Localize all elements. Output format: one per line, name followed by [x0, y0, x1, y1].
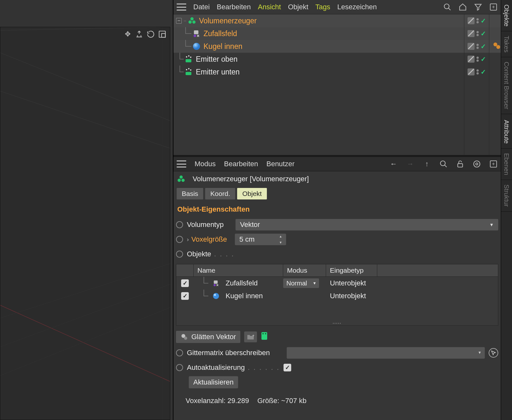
keyframe-radio[interactable]: [176, 236, 183, 243]
col-eingabetyp[interactable]: Eingabetyp: [326, 264, 377, 276]
tab-koord[interactable]: Koord.: [205, 188, 235, 199]
tab-basis[interactable]: Basis: [177, 188, 203, 199]
svg-rect-30: [458, 164, 462, 167]
picker-icon[interactable]: [489, 348, 498, 358]
viewport-3d[interactable]: [0, 27, 170, 420]
search-icon[interactable]: [439, 160, 448, 168]
sidetab-struktur[interactable]: Struktur: [501, 180, 512, 212]
keyframe-radio[interactable]: [176, 364, 183, 371]
add-box-icon[interactable]: +: [489, 160, 498, 168]
mode-dropdown[interactable]: Normal ▼: [283, 278, 319, 288]
menu-modus[interactable]: Modus: [195, 160, 216, 168]
sidetab-content-browser[interactable]: Content Browser: [501, 57, 512, 114]
visibility-check-icon[interactable]: ✓: [481, 68, 486, 76]
tree-row-volumenerzeuger[interactable]: − Volumenerzeuger ✓: [173, 14, 501, 27]
viewport-grid: [0, 27, 170, 420]
rotate-icon[interactable]: [146, 29, 156, 39]
layer-toggle[interactable]: [468, 68, 475, 75]
move-icon[interactable]: ✥: [123, 29, 132, 39]
svg-rect-20: [186, 59, 191, 62]
object-manager-menubar: Datei Bearbeiten Ansicht Objekt Tags Les…: [173, 0, 501, 14]
layer-toggle[interactable]: [468, 43, 475, 50]
menu-lesezeichen[interactable]: Lesezeichen: [337, 3, 377, 11]
glaetten-vektor-button[interactable]: Glätten Vektor: [176, 331, 240, 343]
add-folder-button[interactable]: +: [244, 331, 257, 342]
sidetab-takes[interactable]: Takes: [501, 31, 512, 57]
prop-label: Gittermatrix überschreiben: [187, 349, 283, 357]
spinner-icon[interactable]: ▲▼: [279, 235, 284, 244]
layout-icon[interactable]: [157, 29, 167, 39]
menu-benutzer[interactable]: Benutzer: [266, 160, 294, 168]
layer-toggle[interactable]: [468, 30, 475, 37]
object-tree[interactable]: − Volumenerzeuger ✓: [173, 14, 501, 155]
target-icon[interactable]: [473, 160, 481, 168]
svg-point-33: [180, 175, 183, 179]
svg-line-2: [0, 91, 170, 158]
hamburger-icon[interactable]: [177, 160, 186, 167]
tree-row-emitter-unten[interactable]: Emitter unten ✓: [173, 66, 501, 78]
home-icon[interactable]: [459, 3, 467, 11]
add-box-icon[interactable]: +: [489, 3, 498, 11]
tree-row-zufallsfeld[interactable]: Zufallsfeld ✓: [173, 27, 501, 40]
menu-bearbeiten[interactable]: Bearbeiten: [224, 160, 258, 168]
svg-point-28: [440, 161, 445, 166]
tree-row-emitter-oben[interactable]: Emitter oben ✓: [173, 53, 501, 66]
search-icon[interactable]: [443, 3, 452, 11]
list-row-kugel-innen[interactable]: ✓ Kugel innen Unterobjekt: [176, 290, 498, 302]
tab-objekt[interactable]: Objekt: [237, 188, 267, 199]
menu-bearbeiten[interactable]: Bearbeiten: [217, 3, 251, 11]
svg-rect-45: [265, 333, 266, 334]
menu-tags[interactable]: Tags: [316, 3, 330, 11]
sidetab-ebenen[interactable]: Ebenen: [501, 149, 512, 180]
voxelgroesse-input[interactable]: 5 cm ▲▼: [235, 234, 286, 245]
enable-checkbox[interactable]: ✓: [181, 292, 189, 300]
menu-objekt[interactable]: Objekt: [288, 3, 308, 11]
tree-row-kugel-innen[interactable]: Kugel innen ✓: [173, 40, 501, 53]
aktualisieren-button[interactable]: Aktualisieren: [189, 376, 238, 388]
keyframe-radio[interactable]: [176, 349, 183, 356]
gittermatrix-input[interactable]: ▼: [287, 347, 485, 359]
volumentyp-dropdown[interactable]: Vektor ▼: [236, 219, 498, 230]
sidetab-objekte[interactable]: Objekte: [501, 0, 512, 31]
resize-handle-icon[interactable]: •••••: [176, 322, 498, 325]
visibility-check-icon[interactable]: ✓: [481, 43, 486, 50]
chevron-down-icon: ▼: [313, 281, 316, 285]
lock-icon[interactable]: [456, 160, 464, 168]
layer-toggle[interactable]: [468, 56, 475, 63]
button-label: Aktualisieren: [193, 378, 234, 386]
chevron-right-icon[interactable]: ›: [187, 236, 189, 243]
zoom-icon[interactable]: [134, 29, 144, 39]
enable-checkbox[interactable]: ✓: [181, 279, 189, 287]
svg-point-14: [192, 20, 196, 24]
cache-icon[interactable]: [261, 331, 268, 342]
list-row-zufallsfeld[interactable]: ✓ Zufallsfeld Normal: [176, 277, 498, 290]
visibility-check-icon[interactable]: ✓: [481, 55, 486, 63]
menu-ansicht[interactable]: Ansicht: [258, 3, 281, 11]
prop-gittermatrix: Gittermatrix überschreiben ▼: [176, 347, 498, 359]
filter-icon[interactable]: [474, 3, 482, 11]
keyframe-radio[interactable]: [176, 221, 183, 228]
viewport-panel[interactable]: ✥: [0, 0, 173, 420]
layer-toggle[interactable]: [468, 17, 475, 24]
svg-point-22: [188, 55, 189, 57]
up-arrow-icon[interactable]: ↑: [423, 160, 431, 168]
hamburger-icon[interactable]: [177, 4, 186, 11]
autoupdate-checkbox[interactable]: ✓: [284, 364, 291, 371]
svg-line-6: [0, 296, 170, 376]
svg-point-25: [186, 69, 187, 70]
menu-datei[interactable]: Datei: [193, 3, 210, 11]
tree-label: Volumenerzeuger: [199, 17, 257, 25]
dynamics-tag-icon[interactable]: [492, 42, 501, 51]
expand-toggle[interactable]: −: [176, 18, 182, 24]
sidetab-attribute[interactable]: Attribute: [501, 115, 512, 148]
back-arrow-icon[interactable]: ←: [389, 160, 398, 168]
keyframe-radio[interactable]: [176, 251, 183, 258]
random-field-icon: [192, 29, 201, 38]
visibility-check-icon[interactable]: ✓: [481, 17, 486, 25]
col-modus[interactable]: Modus: [283, 264, 326, 276]
svg-line-0: [0, 305, 170, 395]
svg-point-12: [190, 17, 194, 20]
visibility-check-icon[interactable]: ✓: [481, 30, 486, 37]
col-name[interactable]: Name: [194, 264, 283, 276]
svg-point-37: [213, 284, 216, 286]
